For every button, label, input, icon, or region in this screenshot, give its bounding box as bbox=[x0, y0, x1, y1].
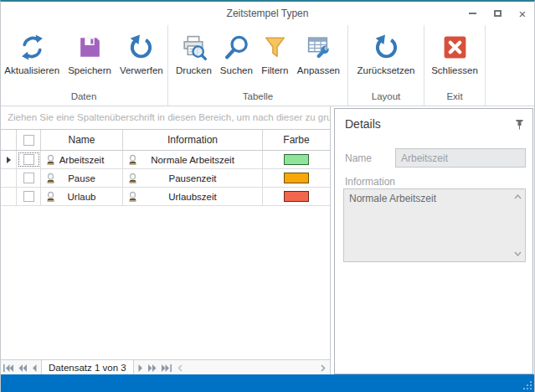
close-red-icon bbox=[441, 34, 469, 61]
save-icon bbox=[76, 34, 104, 61]
ribbon-group-layout: Zurücksetzen Layout bbox=[349, 25, 423, 106]
farbe-cell[interactable] bbox=[263, 188, 330, 205]
window-controls: × bbox=[466, 2, 529, 25]
stamp-icon bbox=[45, 173, 56, 183]
button-label: Drucken bbox=[176, 65, 212, 75]
current-row-arrow-icon bbox=[7, 157, 11, 163]
details-panel: Details Name Information Normale Arbeits… bbox=[334, 108, 533, 374]
scroll-down-icon[interactable] bbox=[514, 251, 522, 256]
maximize-icon bbox=[494, 10, 502, 17]
stamp-icon bbox=[45, 191, 56, 202]
color-swatch bbox=[284, 173, 309, 183]
ribbon-group-caption: Layout bbox=[349, 88, 423, 106]
suchen-button[interactable]: Suchen bbox=[216, 31, 257, 88]
nav-prev-page-icon bbox=[18, 364, 27, 372]
minimize-icon bbox=[469, 13, 476, 14]
aktualisieren-button[interactable]: Aktualisieren bbox=[0, 31, 64, 88]
title-bar: Zeitstempel Typen × bbox=[1, 2, 534, 25]
ribbon-group-caption: Exit bbox=[425, 88, 484, 106]
nav-next-page-icon bbox=[148, 364, 157, 372]
button-label: Speichern bbox=[68, 65, 111, 75]
name-cell[interactable]: Arbeitszeit bbox=[41, 151, 123, 168]
nav-next-icon bbox=[138, 364, 143, 372]
information-cell[interactable]: Normale Arbeitszeit bbox=[123, 151, 263, 168]
scroll-right-icon[interactable] bbox=[321, 364, 326, 372]
table-row[interactable]: Pause Pausenzeit bbox=[1, 169, 330, 188]
grid-panel: Ziehen Sie eine Spaltenüberschrift in di… bbox=[1, 106, 331, 376]
button-label: Anpassen bbox=[297, 65, 340, 75]
scroll-up-icon[interactable] bbox=[514, 194, 522, 199]
row-checkbox-cell[interactable] bbox=[17, 188, 41, 205]
print-preview-icon bbox=[180, 34, 208, 61]
undo-icon bbox=[373, 34, 400, 61]
row-indicator bbox=[1, 169, 17, 187]
row-checkbox-cell[interactable] bbox=[17, 169, 41, 187]
column-header-information[interactable]: Information bbox=[123, 130, 263, 150]
ribbon-group-caption: Tabelle bbox=[169, 88, 347, 106]
filtern-button[interactable]: Filtern bbox=[257, 31, 293, 88]
column-header-farbe[interactable]: Farbe bbox=[263, 130, 330, 150]
ribbon-separator bbox=[485, 25, 486, 106]
information-field-value: Normale Arbeitszeit bbox=[349, 193, 436, 204]
stamp-icon bbox=[127, 173, 138, 183]
color-swatch bbox=[284, 191, 309, 202]
resize-grip-icon[interactable] bbox=[523, 381, 532, 390]
schliessen-button[interactable]: Schliessen bbox=[427, 31, 482, 88]
undo-icon bbox=[127, 34, 155, 61]
color-swatch bbox=[284, 154, 309, 165]
select-all-header[interactable] bbox=[17, 130, 41, 150]
speichern-button[interactable]: Speichern bbox=[64, 31, 116, 88]
row-checkbox[interactable] bbox=[23, 191, 34, 202]
button-label: Schliessen bbox=[431, 65, 478, 75]
group-by-panel[interactable]: Ziehen Sie eine Spaltenüberschrift in di… bbox=[1, 106, 330, 129]
row-checkbox[interactable] bbox=[23, 154, 34, 165]
information-field[interactable]: Normale Arbeitszeit bbox=[343, 188, 526, 262]
stamp-icon bbox=[127, 154, 138, 165]
name-cell[interactable]: Pause bbox=[41, 169, 123, 187]
nav-first-icon bbox=[3, 364, 13, 372]
filter-icon bbox=[261, 34, 289, 61]
close-button[interactable]: × bbox=[516, 7, 529, 20]
stamp-icon bbox=[127, 191, 138, 202]
select-all-checkbox[interactable] bbox=[23, 135, 34, 146]
nav-prev-icon bbox=[32, 364, 37, 372]
zuruecksetzen-button[interactable]: Zurücksetzen bbox=[352, 31, 419, 88]
verwerfen-button[interactable]: Verwerfen bbox=[116, 31, 167, 88]
maximize-button[interactable] bbox=[491, 7, 504, 20]
status-bar bbox=[1, 374, 534, 392]
stamp-icon bbox=[45, 154, 56, 165]
button-label: Suchen bbox=[220, 65, 253, 75]
information-field-label: Information bbox=[345, 176, 395, 188]
row-checkbox-cell[interactable] bbox=[17, 151, 41, 168]
anpassen-button[interactable]: Anpassen bbox=[293, 31, 344, 88]
nav-last-icon bbox=[162, 364, 172, 372]
farbe-cell[interactable] bbox=[263, 169, 330, 187]
close-icon: × bbox=[519, 8, 527, 20]
details-panel-title: Details bbox=[345, 117, 381, 131]
ribbon-group-caption: Daten bbox=[1, 88, 167, 106]
information-cell[interactable]: Pausenzeit bbox=[123, 169, 263, 187]
button-label: Filtern bbox=[261, 65, 288, 75]
farbe-cell[interactable] bbox=[263, 151, 330, 168]
row-checkbox[interactable] bbox=[23, 173, 34, 183]
information-cell[interactable]: Urlaubszeit bbox=[123, 188, 263, 205]
name-cell[interactable]: Urlaub bbox=[41, 188, 123, 205]
ribbon-group-daten: Aktualisieren Speichern Verwerfen bbox=[1, 25, 167, 106]
grid-header-row: Name Information Farbe bbox=[1, 129, 330, 151]
window-title: Zeitstempel Typen bbox=[1, 2, 534, 25]
name-field[interactable] bbox=[395, 148, 526, 168]
pin-icon[interactable] bbox=[515, 119, 524, 130]
table-row[interactable]: Arbeitszeit Normale Arbeitszeit bbox=[1, 151, 330, 169]
column-header-name[interactable]: Name bbox=[41, 130, 123, 150]
table-row[interactable]: Urlaub Urlaubszeit bbox=[1, 188, 330, 206]
button-label: Zurücksetzen bbox=[357, 65, 414, 75]
ribbon-group-exit: Schliessen Exit bbox=[425, 25, 484, 106]
button-label: Aktualisieren bbox=[4, 65, 59, 75]
row-indicator-header bbox=[1, 130, 17, 150]
drucken-button[interactable]: Drucken bbox=[172, 31, 216, 88]
search-icon bbox=[223, 34, 250, 61]
scroll-left-icon[interactable] bbox=[177, 364, 183, 372]
minimize-button[interactable] bbox=[466, 7, 479, 20]
customize-table-icon bbox=[305, 34, 332, 61]
ribbon-separator bbox=[424, 25, 424, 106]
